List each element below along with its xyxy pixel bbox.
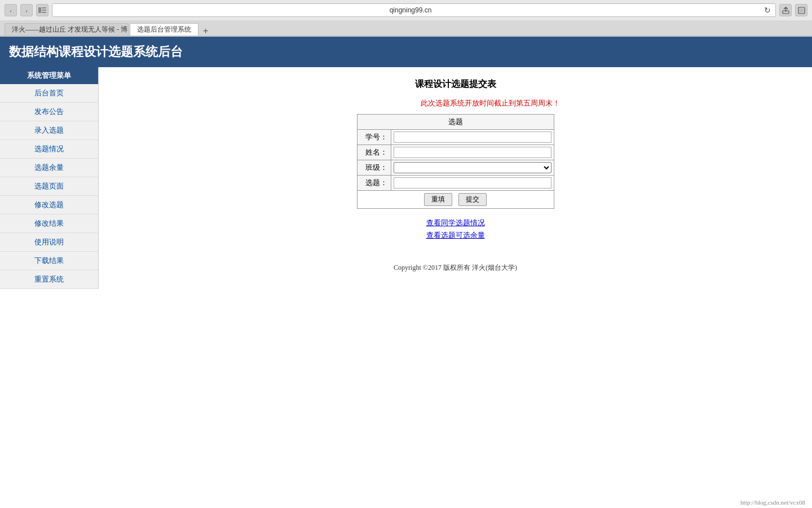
form-section: 课程设计选题提交表 此次选题系统开放时间截止到第五周周末！ 选题 学号： 姓名： — [329, 78, 582, 273]
sidebar-item-modify-result[interactable]: 修改结果 — [0, 214, 98, 233]
name-input[interactable] — [394, 147, 551, 158]
sidebar-item-page[interactable]: 选题页面 — [0, 177, 98, 196]
form-buttons: 重填 提交 — [357, 191, 554, 209]
new-tab-button[interactable]: + — [202, 27, 209, 36]
sidebar-toggle-button[interactable] — [36, 4, 48, 16]
svg-rect-2 — [42, 10, 46, 11]
copyright-text: Copyright ©2017 版权所有 洋火(烟台大学) — [329, 263, 582, 273]
page-header: 数据结构课程设计选题系统后台 — [0, 37, 812, 67]
main-content: 课程设计选题提交表 此次选题系统开放时间截止到第五周周末！ 选题 学号： 姓名： — [99, 67, 812, 289]
page-title: 数据结构课程设计选题系统后台 — [9, 43, 803, 60]
forward-button[interactable]: › — [20, 4, 33, 16]
browser-toolbar: ‹ › ↻ — [0, 0, 812, 20]
form-group-header: 选题 — [357, 115, 554, 130]
sidebar: 系统管理菜单 后台首页 发布公告 录入选题 选题情况 选题余量 选题页面 修改选… — [0, 67, 99, 289]
sidebar-item-home[interactable]: 后台首页 — [0, 84, 98, 103]
tabs-bar: 洋火——越过山丘 才发现无人等候 - 博客频道 - CSDN.NET 选题后台管… — [0, 20, 812, 36]
form-title: 课程设计选题提交表 — [329, 78, 582, 90]
browser-chrome: ‹ › ↻ 洋火——越过山丘 才发现无人等候 - 博客频道 - CSDN.NET… — [0, 0, 812, 37]
submit-button[interactable]: 提交 — [458, 193, 487, 206]
tab-0[interactable]: 洋火——越过山丘 才发现无人等候 - 博客频道 - CSDN.NET — [5, 23, 129, 36]
notice-text: 此次选题系统开放时间截止到第五周周末！ — [329, 98, 560, 108]
address-bar-wrap[interactable]: ↻ — [52, 3, 776, 17]
fullscreen-button[interactable] — [795, 4, 807, 16]
reset-button[interactable]: 重填 — [424, 193, 452, 206]
sidebar-item-download[interactable]: 下载结果 — [0, 252, 98, 270]
field-cell-class — [391, 160, 554, 176]
svg-rect-6 — [800, 8, 804, 12]
sidebar-item-remaining[interactable]: 选题余量 — [0, 159, 98, 177]
form-table: 选题 学号： 姓名： 班级： — [357, 114, 554, 209]
sidebar-item-enter[interactable]: 录入选题 — [0, 121, 98, 140]
address-input[interactable] — [57, 6, 764, 14]
field-cell-name — [391, 145, 554, 160]
sidebar-item-reset[interactable]: 重置系统 — [0, 270, 98, 289]
field-label-topic: 选题： — [357, 176, 391, 191]
page-body: 系统管理菜单 后台首页 发布公告 录入选题 选题情况 选题余量 选题页面 修改选… — [0, 67, 812, 289]
back-button[interactable]: ‹ — [5, 4, 17, 16]
tab-1[interactable]: 选题后台管理系统 — [130, 23, 198, 36]
sidebar-header: 系统管理菜单 — [0, 67, 98, 84]
view-classmates-link[interactable]: 查看同学选题情况 — [329, 218, 582, 228]
sidebar-item-help[interactable]: 使用说明 — [0, 233, 98, 252]
share-button[interactable] — [779, 4, 792, 16]
class-select[interactable] — [394, 162, 551, 173]
svg-rect-1 — [42, 7, 46, 8]
field-label-student-id: 学号： — [357, 130, 391, 145]
field-label-class: 班级： — [357, 160, 391, 176]
sidebar-item-modify-topic[interactable]: 修改选题 — [0, 196, 98, 214]
field-label-name: 姓名： — [357, 145, 391, 160]
svg-rect-3 — [42, 12, 46, 13]
toolbar-right — [779, 4, 807, 16]
sidebar-item-announce[interactable]: 发布公告 — [0, 103, 98, 121]
student-id-input[interactable] — [394, 132, 551, 143]
view-remaining-link[interactable]: 查看选题可选余量 — [329, 230, 582, 240]
field-cell-student-id — [391, 130, 554, 145]
reload-button[interactable]: ↻ — [764, 6, 771, 15]
sidebar-item-status[interactable]: 选题情况 — [0, 140, 98, 159]
links-section: 查看同学选题情况 查看选题可选余量 — [329, 218, 582, 240]
svg-rect-0 — [38, 7, 41, 13]
field-cell-topic — [391, 176, 554, 191]
topic-input[interactable] — [394, 177, 551, 189]
